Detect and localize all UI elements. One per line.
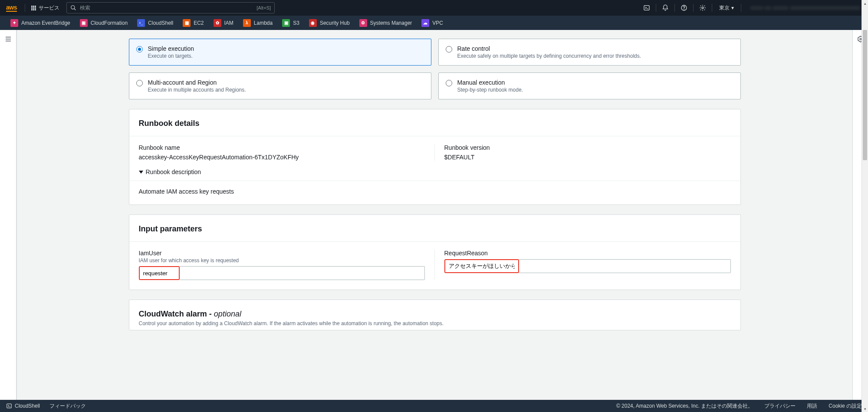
tile-desc: Execute on targets.	[148, 53, 194, 59]
svg-point-0	[71, 6, 75, 9]
scroll-thumb[interactable]	[863, 30, 867, 160]
execution-mode-group: Simple execution Execute on targets. Rat…	[129, 39, 741, 99]
iamuser-highlight	[139, 266, 180, 280]
cloudshell-icon-button[interactable]	[639, 0, 654, 16]
aws-logo[interactable]: aws	[0, 4, 23, 12]
svc-label: Security Hub	[320, 20, 350, 26]
open-side-nav[interactable]	[0, 30, 16, 400]
hamburger-icon	[4, 35, 12, 43]
svc-label: IAM	[224, 20, 233, 26]
svc-label: CloudFormation	[91, 20, 128, 26]
requestreason-highlight	[444, 259, 519, 273]
svc-label: S3	[293, 20, 299, 26]
nav-divider	[693, 4, 694, 12]
tile-desc: Execute in multiple accounts and Regions…	[148, 87, 246, 93]
radio-icon	[136, 80, 143, 86]
svg-point-6	[702, 7, 704, 9]
tile-multi-account[interactable]: Multi-account and Region Execute in mult…	[129, 73, 431, 99]
requestreason-input[interactable]	[445, 260, 518, 272]
cloudwatch-title-main: CloudWatch alarm -	[139, 310, 214, 318]
svg-line-1	[74, 9, 76, 10]
tile-simple-execution[interactable]: Simple execution Execute on targets.	[129, 39, 431, 66]
runbook-details-panel: Runbook details Runbook name accesskey-A…	[129, 109, 741, 205]
svc-shortcut-lambda[interactable]: λLambda	[239, 16, 277, 30]
region-selector[interactable]: 東京 ▾	[714, 4, 739, 12]
svc-shortcut-ssm[interactable]: ⚙Systems Manager	[355, 16, 417, 30]
window-scrollbar[interactable]: ▴ ▾	[861, 0, 868, 400]
svc-shortcut-vpc[interactable]: ☁VPC	[417, 16, 447, 30]
caret-down-icon	[139, 170, 143, 174]
cloudwatch-alarm-panel: CloudWatch alarm - optional Control your…	[129, 300, 741, 330]
service-icon: ⚙	[359, 19, 367, 27]
tile-title: Multi-account and Region	[148, 79, 246, 86]
radio-icon	[136, 46, 143, 53]
expander-label: Runbook description	[146, 168, 201, 175]
global-nav: aws サービス 検索 [Alt+S] 東京 ▾ xxxx-xx-xxxxx x…	[0, 0, 868, 16]
tile-manual-execution[interactable]: Manual execution Step-by-step runbook mo…	[438, 73, 741, 99]
nav-divider	[674, 4, 675, 12]
gear-icon	[699, 4, 706, 11]
svc-label: Systems Manager	[370, 20, 412, 26]
services-label: サービス	[39, 4, 59, 12]
iamuser-input-tail[interactable]	[180, 266, 425, 280]
iamuser-label: IamUser	[139, 250, 425, 257]
cloudwatch-title-optional: optional	[214, 310, 241, 318]
runbook-version-value: $DEFAULT	[444, 154, 731, 161]
iamuser-input[interactable]	[140, 267, 179, 279]
search-icon	[70, 5, 76, 11]
search-placeholder: 検索	[80, 4, 90, 12]
divider	[129, 181, 740, 181]
service-icon: ✦	[10, 19, 18, 27]
tile-rate-control[interactable]: Rate control Execute safely on multiple …	[438, 39, 741, 66]
services-menu-button[interactable]: サービス	[27, 4, 64, 12]
runbook-name-value: accesskey-AccessKeyRequestAutomation-6Tx…	[139, 154, 425, 161]
nav-divider	[712, 4, 712, 12]
service-icon: ☁	[421, 19, 429, 27]
svc-label: Lambda	[254, 20, 273, 26]
page-content: Simple execution Execute on targets. Rat…	[16, 30, 852, 400]
requestreason-input-tail[interactable]	[519, 259, 731, 273]
radio-icon	[446, 80, 452, 86]
terminal-icon	[643, 4, 650, 11]
cloudwatch-desc: Control your automation by adding a Clou…	[139, 320, 731, 326]
tile-title: Rate control	[457, 45, 641, 52]
svg-point-5	[684, 9, 684, 10]
nav-divider	[25, 4, 25, 12]
svc-shortcut-ec2[interactable]: ▦EC2	[178, 16, 208, 30]
svc-shortcut-eventbridge[interactable]: ✦Amazon EventBridge	[6, 16, 75, 30]
scroll-up-arrow-icon[interactable]: ▴	[862, 0, 868, 7]
services-grid-icon	[31, 6, 36, 10]
radio-icon	[446, 46, 452, 53]
svc-shortcut-cloudshell[interactable]: ›_CloudShell	[133, 16, 178, 30]
runbook-version-label: Runbook version	[444, 144, 731, 151]
account-menu[interactable]: xxxx-xx-xxxxx xxxxxxxxxxxxxxxxxxxxxxx	[743, 5, 868, 11]
notifications-button[interactable]	[658, 0, 673, 16]
region-label: 東京	[719, 4, 730, 12]
svc-label: EC2	[194, 20, 204, 26]
runbook-description-expander[interactable]: Runbook description	[139, 168, 731, 181]
global-search[interactable]: 検索 [Alt+S]	[66, 2, 275, 13]
svc-shortcut-iam[interactable]: ✿IAM	[209, 16, 238, 30]
nav-divider	[741, 4, 741, 12]
input-parameters-panel: Input parameters IamUser IAM user for wh…	[129, 214, 741, 290]
runbook-description-text: Automate IAM access key requests	[139, 188, 731, 195]
svg-marker-10	[139, 171, 143, 174]
service-icon: ✿	[214, 19, 221, 27]
runbook-name-label: Runbook name	[139, 144, 425, 151]
svc-label: CloudShell	[148, 20, 173, 26]
svc-shortcut-securityhub[interactable]: ◉Security Hub	[305, 16, 354, 30]
help-button[interactable]	[677, 0, 691, 16]
service-icon: ▣	[80, 19, 88, 27]
svc-shortcut-s3[interactable]: ▣S3	[278, 16, 304, 30]
help-icon	[681, 4, 687, 11]
caret-down-icon: ▾	[731, 5, 734, 11]
bell-icon	[662, 4, 669, 11]
tile-desc: Execute safely on multiple targets by de…	[457, 53, 641, 59]
svc-shortcut-cloudformation[interactable]: ▣CloudFormation	[76, 16, 132, 30]
tile-title: Simple execution	[148, 45, 194, 52]
tile-desc: Step-by-step runbook mode.	[457, 87, 523, 93]
svg-point-12	[860, 38, 861, 40]
aws-logo-text: aws	[6, 4, 17, 12]
settings-button[interactable]	[695, 0, 710, 16]
panel-title: Runbook details	[139, 119, 731, 128]
